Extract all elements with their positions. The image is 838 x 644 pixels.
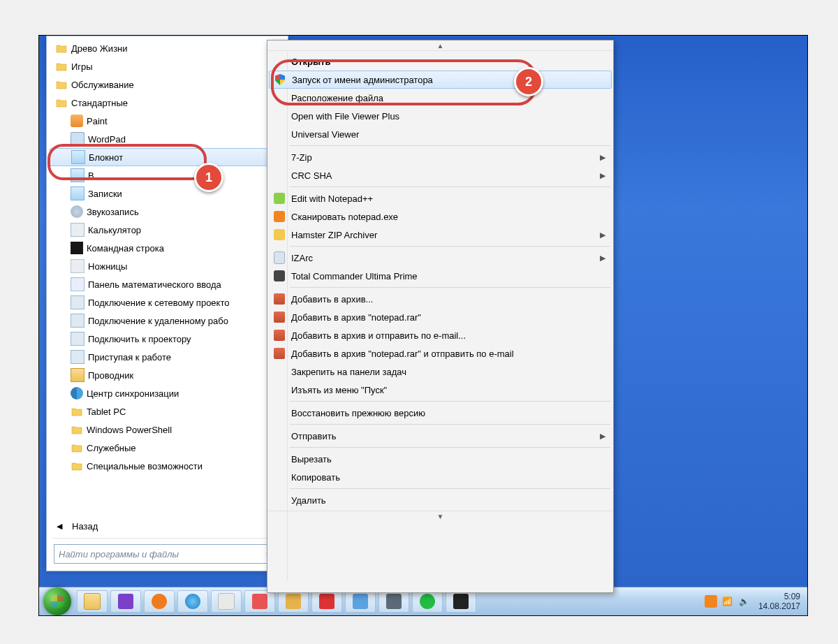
- context-menu-scroll-up[interactable]: ▲: [267, 41, 613, 51]
- start-menu-item-word[interactable]: WordPad: [50, 130, 286, 148]
- context-menu-separator: [290, 145, 610, 146]
- context-menu-item[interactable]: Отправить▶: [269, 427, 612, 445]
- start-menu-item-paint[interactable]: Paint: [50, 112, 286, 130]
- back-button[interactable]: ◀ Назад: [52, 521, 98, 532]
- start-menu-item-proj[interactable]: Подключение к удаленному рабо: [50, 312, 286, 330]
- search-input[interactable]: Найти программы и файлы 🔍: [54, 544, 281, 564]
- context-menu-separator: [290, 186, 610, 187]
- start-menu-item-pen[interactable]: Панель математического ввода: [50, 275, 286, 293]
- tray-icon-volume[interactable]: 🔈: [738, 595, 751, 608]
- tray-time: 5:09: [758, 592, 800, 601]
- context-menu-item[interactable]: Добавить в архив и отправить по e-mail..…: [269, 326, 612, 344]
- submenu-arrow-icon: ▶: [598, 432, 608, 441]
- start-menu-item-proj[interactable]: Подключить к проектору: [50, 330, 286, 348]
- wr-icon: [272, 292, 287, 306]
- callout-2: 2: [514, 67, 543, 96]
- context-menu-item[interactable]: Запуск от имени администратора: [269, 71, 612, 89]
- blank-icon: [272, 470, 287, 484]
- wr-icon: [272, 310, 287, 324]
- start-menu-item-mic[interactable]: Звукозапись: [50, 203, 286, 221]
- note-icon: [71, 186, 84, 200]
- taskbar-app-media1[interactable]: [110, 590, 141, 613]
- context-menu-item-label: Закрепить на панели задач: [291, 367, 598, 377]
- context-menu-item[interactable]: Изъять из меню "Пуск": [269, 381, 612, 399]
- blank-icon: [272, 383, 287, 397]
- context-menu-separator: [290, 287, 610, 288]
- taskbar-app-5[interactable]: [345, 590, 376, 613]
- start-button[interactable]: [43, 587, 71, 615]
- context-menu-item[interactable]: Hamster ZIP Archiver▶: [269, 226, 612, 244]
- context-menu-item-label: Изъять из меню "Пуск": [291, 385, 598, 395]
- start-menu-folder[interactable]: Обслуживание: [50, 75, 286, 94]
- flag-icon: [71, 350, 84, 364]
- start-menu-item-sync[interactable]: Центр синхронизации: [50, 384, 286, 402]
- taskbar-app-8[interactable]: [446, 590, 476, 613]
- taskbar-app-1[interactable]: [211, 590, 242, 613]
- start-menu-item-note[interactable]: Блокнот: [50, 148, 286, 166]
- context-menu-item[interactable]: Копировать: [269, 468, 612, 486]
- context-menu-item[interactable]: 7-Zip▶: [269, 148, 612, 166]
- start-menu-subfolder[interactable]: Windows PowerShell: [50, 420, 286, 439]
- context-menu-item-label: Отправить: [291, 431, 598, 441]
- start-menu-item-sci[interactable]: Ножницы: [50, 257, 286, 275]
- context-menu-item[interactable]: Закрепить на панели задач: [269, 363, 612, 381]
- blank-icon: [272, 406, 287, 420]
- start-menu-item-proj[interactable]: Подключение к сетевому проекто: [50, 293, 286, 312]
- tray-icon-avast[interactable]: [705, 595, 717, 608]
- start-menu-item-label: Обслуживание: [71, 80, 134, 90]
- start-menu-subfolder[interactable]: Служебные: [50, 439, 286, 457]
- blank-icon: [272, 429, 287, 443]
- taskbar-app-7[interactable]: [412, 590, 443, 613]
- context-menu-item[interactable]: Вырезать: [269, 450, 612, 468]
- context-menu-item[interactable]: Удалить: [269, 491, 612, 509]
- context-menu-item[interactable]: Сканировать notepad.exe: [269, 207, 612, 226]
- taskbar-app-6[interactable]: [378, 590, 409, 613]
- context-menu-item-label: Сканировать notepad.exe: [291, 212, 598, 222]
- context-menu-item[interactable]: Добавить в архив "notepad.rar": [269, 308, 612, 326]
- start-menu-folder[interactable]: Стандартные: [50, 94, 286, 112]
- start-menu-item-label: Windows PowerShell: [87, 425, 172, 435]
- taskbar-app-media2[interactable]: [144, 590, 175, 613]
- tray-date: 14.08.2017: [758, 601, 800, 611]
- start-menu-item-label: Специальные возможности: [87, 461, 203, 471]
- start-menu-item-note[interactable]: Записки: [50, 184, 286, 203]
- start-menu-folder[interactable]: Игры: [50, 57, 286, 75]
- start-menu-item-run[interactable]: В: [50, 166, 286, 184]
- tray-icon-network[interactable]: 📶: [721, 595, 734, 608]
- start-menu-item-label: Стандартные: [71, 98, 128, 108]
- start-menu-subfolder[interactable]: Tablet PC: [50, 402, 286, 420]
- start-menu-item-calc[interactable]: Калькулятор: [50, 221, 286, 239]
- start-menu-item-cmd[interactable]: Командная строка: [50, 239, 286, 257]
- context-menu-item[interactable]: Open with File Viewer Plus: [269, 107, 612, 125]
- context-menu-item[interactable]: Добавить в архив...: [269, 290, 612, 308]
- start-menu-subfolder[interactable]: Специальные возможности: [50, 457, 286, 475]
- taskbar-app-ie[interactable]: [177, 590, 208, 613]
- note-icon: [71, 150, 85, 164]
- blank-icon: [272, 127, 287, 141]
- context-menu-item[interactable]: Расположение файла: [269, 89, 612, 107]
- context-menu-item[interactable]: Universal Viewer: [269, 125, 612, 143]
- blank-icon: [272, 54, 287, 68]
- context-menu-item[interactable]: Total Commander Ultima Prime: [269, 267, 612, 285]
- run-icon: [71, 168, 84, 182]
- start-menu-item-exp[interactable]: Проводник: [50, 366, 286, 384]
- pen-icon: [71, 277, 84, 291]
- start-menu-item-flag[interactable]: Приступая к работе: [50, 348, 286, 366]
- folder-icon: [71, 405, 83, 418]
- taskbar-app-4[interactable]: [311, 590, 342, 613]
- context-menu-item[interactable]: Добавить в архив "notepad.rar" и отправи…: [269, 344, 612, 363]
- context-menu-item[interactable]: IZArc▶: [269, 249, 612, 267]
- taskbar-app-explorer[interactable]: [77, 590, 108, 613]
- start-menu-item-label: Игры: [71, 61, 93, 72]
- context-menu-item-label: Восстановить прежнюю версию: [291, 408, 598, 418]
- tray-clock[interactable]: 5:09 14.08.2017: [758, 592, 800, 611]
- context-menu-item[interactable]: Edit with Notepad++: [269, 189, 612, 207]
- taskbar-app-3[interactable]: [278, 590, 309, 613]
- context-menu-item[interactable]: Восстановить прежнюю версию: [269, 404, 612, 422]
- context-menu-scroll-down[interactable]: ▼: [267, 511, 613, 521]
- start-menu-folder[interactable]: Древо Жизни: [50, 39, 286, 57]
- taskbar-app-2[interactable]: [244, 590, 275, 613]
- divider: [52, 538, 282, 539]
- context-menu-item[interactable]: CRC SHA▶: [269, 166, 612, 184]
- context-menu-item[interactable]: Открыть: [269, 52, 612, 71]
